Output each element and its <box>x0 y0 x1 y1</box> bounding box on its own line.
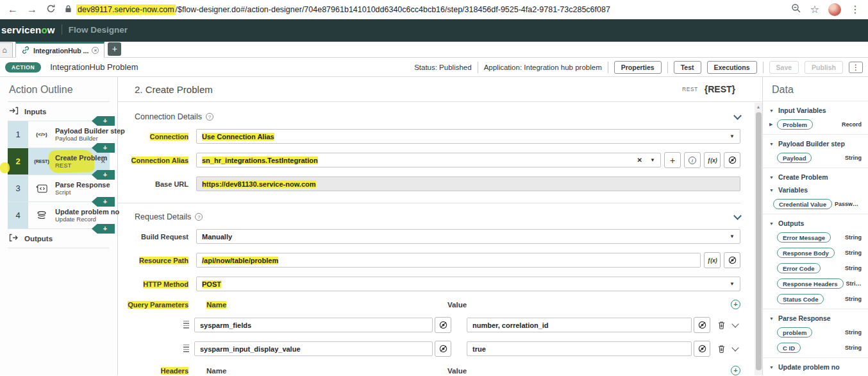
group-header-variables[interactable]: ▼ Variables <box>768 184 863 196</box>
group-header[interactable]: ▼ Outputs <box>768 217 863 230</box>
help-icon[interactable]: ? <box>195 213 203 221</box>
browser-menu-icon[interactable]: ⋮ <box>850 4 860 15</box>
main-scrollbar[interactable]: ▲ <box>755 103 762 375</box>
data-pill[interactable]: Status Code <box>777 294 824 304</box>
delete-row-icon[interactable] <box>718 321 725 329</box>
tab-close-icon[interactable]: × <box>92 47 99 54</box>
outline-inputs-row[interactable]: Inputs <box>8 101 110 121</box>
step-row-create-problem[interactable]: + 2 {REST} Create Problem REST ✕ <box>8 148 110 175</box>
data-pill-toggle-button[interactable] <box>694 341 710 357</box>
servicenow-logo: servicenow <box>1 24 55 35</box>
connection-alias-input[interactable]: sn_hr_integrations.TestIntegration ✕ ▼ <box>196 153 661 167</box>
dropdown-icon[interactable]: ▼ <box>650 157 655 163</box>
data-pill[interactable]: Error Code <box>777 263 821 273</box>
highlight-marker <box>0 162 10 173</box>
data-pill-toggle-button[interactable] <box>435 341 451 357</box>
delete-step-icon[interactable]: ✕ <box>101 158 106 165</box>
data-group-outputs: ▼ Outputs Error Message String Response … <box>763 214 868 309</box>
data-pill[interactable]: Payload <box>777 153 812 163</box>
step-title: Create Problem <box>55 154 101 162</box>
param-value-input[interactable]: true <box>467 341 692 356</box>
tab-integrationhub[interactable]: IntegrationHub ... × <box>15 42 104 58</box>
step-title: Payload Builder step <box>55 127 110 135</box>
info-button[interactable]: i <box>684 152 701 168</box>
data-pill[interactable]: Response Headers <box>777 278 844 289</box>
step-subtitle: Update Record <box>55 216 110 223</box>
save-button[interactable]: Save <box>769 61 799 74</box>
param-name-input[interactable]: sysparm_input_display_value <box>194 341 433 356</box>
step-number: 1 <box>8 121 28 148</box>
dropdown-icon: ▼ <box>730 133 735 139</box>
group-header[interactable]: ▼ Parse Response <box>768 312 863 325</box>
function-button[interactable]: ƒ(x) <box>704 152 721 168</box>
query-parameters-label: Query Parameters <box>118 301 196 309</box>
add-header-icon[interactable]: + <box>731 366 740 375</box>
data-pill-row: Payload String <box>768 150 863 166</box>
data-pill[interactable]: C ID <box>777 343 801 353</box>
function-button[interactable]: ƒ(x) <box>704 252 721 268</box>
param-name-input[interactable]: sysparm_fields <box>194 318 433 332</box>
expand-row-chevron-icon[interactable] <box>731 320 739 327</box>
publish-button[interactable]: Publish <box>805 61 843 74</box>
step-row-parse-response[interactable]: + 3 Parse Response Script <box>8 175 110 201</box>
data-pill[interactable]: Credential Value <box>773 199 832 209</box>
data-pill-toggle-button[interactable] <box>694 317 710 333</box>
build-request-select[interactable]: Manually ▼ <box>196 229 740 244</box>
clear-icon[interactable]: ✕ <box>637 157 642 164</box>
connection-select[interactable]: Use Connection Alias ▼ <box>196 129 740 144</box>
caret-right-icon[interactable]: ▶ <box>769 122 774 127</box>
data-group-parse-response: ▼ Parse Response problem String C ID Str… <box>763 309 868 357</box>
link-icon <box>21 46 30 56</box>
collapse-chevron-icon[interactable] <box>733 212 742 220</box>
expand-row-chevron-icon[interactable] <box>731 344 739 351</box>
browser-chrome: ← → dev89117.service-now.com/$flow-desig… <box>0 0 868 19</box>
data-pill-toggle-button[interactable] <box>435 317 451 333</box>
data-pill[interactable]: Problem <box>777 119 813 130</box>
database-icon <box>28 202 55 228</box>
zoom-out-icon[interactable] <box>791 3 801 16</box>
forward-icon[interactable]: → <box>27 4 37 15</box>
http-method-select[interactable]: POST ▼ <box>196 277 740 291</box>
caret-down-icon: ▼ <box>769 108 774 113</box>
add-parameter-icon[interactable]: + <box>731 300 740 309</box>
resource-path-input[interactable]: /api/now/table/problem <box>196 253 701 268</box>
group-header[interactable]: ▼ Input Variables <box>768 104 863 117</box>
step-row-payload-builder[interactable]: + 1 {</>} Payload Builder step Payload B… <box>8 121 110 148</box>
test-button[interactable]: Test <box>674 61 701 74</box>
resource-path-value: /api/now/table/problem <box>202 257 278 264</box>
data-pill[interactable]: Response Body <box>777 248 835 258</box>
back-icon[interactable]: ← <box>8 4 18 15</box>
data-pill[interactable]: problem <box>777 327 812 338</box>
drag-handle-icon[interactable] <box>183 321 189 329</box>
new-tab-button[interactable]: + <box>108 42 121 56</box>
delete-row-icon[interactable] <box>718 345 725 353</box>
data-group-input-variables: ▼ Input Variables ▶ Problem Record <box>763 101 868 134</box>
data-pill-row: Response Headers String <box>768 276 863 291</box>
add-connection-button[interactable]: + <box>664 152 681 168</box>
collapse-chevron-icon[interactable] <box>733 112 742 120</box>
help-icon[interactable]: ? <box>206 113 213 121</box>
group-header[interactable]: ▼ Create Problem <box>768 171 863 184</box>
group-header[interactable]: ▼ Payload Builder step <box>768 137 863 150</box>
bookmark-star-icon[interactable]: ☆ <box>810 4 819 15</box>
scrollbar-thumb[interactable] <box>756 112 762 370</box>
base-url-label: Base URL <box>118 180 196 188</box>
scrollbar-up-icon[interactable]: ▲ <box>755 103 762 111</box>
data-pill-toggle-button[interactable] <box>724 152 740 168</box>
reload-icon[interactable] <box>46 4 56 15</box>
address-bar[interactable]: dev89117.service-now.com/$flow-designer.… <box>65 4 782 15</box>
param-value-input[interactable]: number, correlation_id <box>467 318 692 332</box>
group-header[interactable]: ▼ Update problem no <box>768 361 863 373</box>
executions-button[interactable]: Executions <box>707 61 757 74</box>
drag-handle-icon[interactable] <box>183 345 189 353</box>
tab-label: IntegrationHub ... <box>33 47 88 55</box>
profile-avatar[interactable] <box>828 3 841 16</box>
outline-outputs-row[interactable]: + Outputs <box>8 228 110 248</box>
more-actions-icon[interactable]: ⋮ <box>849 62 863 73</box>
tab-home[interactable]: ⌂ <box>0 42 13 57</box>
step-row-update-problem[interactable]: + 4 Update problem no Update Record <box>8 201 110 228</box>
data-pill[interactable]: Error Message <box>777 232 831 243</box>
data-pill-row: Problem Table Table Name <box>768 373 863 375</box>
data-pill-toggle-button[interactable] <box>724 252 740 268</box>
properties-button[interactable]: Properties <box>614 61 662 74</box>
